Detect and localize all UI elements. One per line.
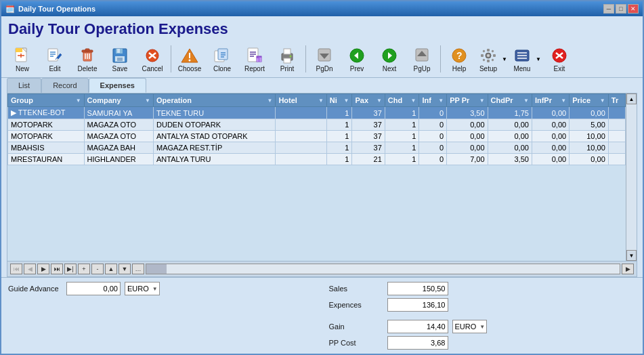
nav-down-button[interactable]: ▼ <box>119 264 131 274</box>
exit-label: Exit <box>554 65 565 72</box>
col-group[interactable]: Group ▼ <box>8 94 85 107</box>
setup-button[interactable]: Setup <box>476 42 500 76</box>
save-button[interactable]: Save <box>104 42 135 76</box>
nav-scrollbar[interactable] <box>146 264 620 274</box>
sort-icon-operation: ▼ <box>267 98 272 104</box>
scroll-down-button[interactable]: ▼ <box>626 250 637 261</box>
report-button[interactable]: Report <box>239 42 270 76</box>
cancel-button[interactable]: Cancel <box>137 42 168 76</box>
table-container[interactable]: Group ▼ Company ▼ <box>7 93 626 261</box>
col-pax[interactable]: Pax ▼ <box>352 94 385 107</box>
sort-icon-ni: ▼ <box>344 98 349 104</box>
nav-play-button[interactable]: ▶ <box>37 264 49 274</box>
nav-scroll-right-button[interactable]: ▶ <box>622 264 634 274</box>
cell-ni: 1 <box>326 107 352 119</box>
clone-label: Clone <box>213 65 231 72</box>
tab-list[interactable]: List <box>7 78 41 93</box>
col-tr[interactable]: Tr <box>608 94 625 107</box>
setup-button-group[interactable]: Setup ▼ <box>476 42 509 76</box>
table-row[interactable]: MRESTAURANHIGHLANDERANTALYA TURU121107,0… <box>8 154 626 165</box>
setup-label: Setup <box>479 65 497 72</box>
scroll-track[interactable] <box>626 104 637 250</box>
col-chdpr[interactable]: ChdPr ▼ <box>488 94 532 107</box>
currency-dropdown-arrow[interactable]: ▼ <box>151 286 159 292</box>
col-price[interactable]: Price ▼ <box>570 94 609 107</box>
nav-remove-button[interactable]: - <box>91 264 104 274</box>
menu-button[interactable]: Menu <box>510 42 534 76</box>
nav-end-button[interactable]: ▶| <box>64 264 77 274</box>
col-chd[interactable]: Chd ▼ <box>385 94 419 107</box>
cell-pax: 21 <box>352 154 385 165</box>
cancel-icon <box>142 46 163 65</box>
exit-button[interactable]: Exit <box>544 42 575 76</box>
cell-chd: 1 <box>385 154 419 165</box>
menu-label: Menu <box>513 65 530 72</box>
cell-inf_pr: 0,00 <box>532 107 569 119</box>
gain-currency-dropdown-arrow[interactable]: ▼ <box>478 324 486 330</box>
delete-label: Delete <box>78 65 98 72</box>
choose-button[interactable]: Choose <box>174 42 205 76</box>
col-inf[interactable]: Inf ▼ <box>419 94 447 107</box>
menu-icon <box>512 46 532 65</box>
col-pppr[interactable]: PP Pr ▼ <box>447 94 488 107</box>
tab-expenses[interactable]: Expenses <box>89 78 146 93</box>
sort-icon-inf: ▼ <box>438 98 444 104</box>
delete-button[interactable]: Delete <box>72 42 103 76</box>
col-ni[interactable]: Ni ▼ <box>326 94 352 107</box>
nav-prev-button[interactable]: ◀ <box>24 264 36 274</box>
new-icon <box>12 46 33 65</box>
menu-button-group[interactable]: Menu ▼ <box>510 42 542 76</box>
svg-point-55 <box>487 54 490 57</box>
guide-advance-input[interactable] <box>66 282 121 295</box>
setup-dropdown-arrow[interactable]: ▼ <box>500 55 509 64</box>
nav-first-button[interactable]: ⏮ <box>10 264 22 274</box>
sort-icon-chd: ▼ <box>411 98 416 104</box>
scroll-up-button[interactable]: ▲ <box>626 93 637 104</box>
col-operation[interactable]: Operation ▼ <box>154 94 276 107</box>
help-icon: ? <box>449 46 469 65</box>
maximize-button[interactable]: □ <box>616 4 626 14</box>
tab-record[interactable]: Record <box>41 78 88 93</box>
nav-up-button[interactable]: ▲ <box>105 264 117 274</box>
col-infpr[interactable]: InfPr ▼ <box>532 94 569 107</box>
print-button[interactable]: Print <box>272 42 303 76</box>
edit-button[interactable]: Edit <box>39 42 70 76</box>
table-row[interactable]: MOTOPARKMAGAZA OTOANTALYA STAD OTOPARK13… <box>8 131 626 142</box>
cell-price: 5,00 <box>570 119 609 131</box>
guide-advance-currency-select[interactable]: EURO ▼ <box>125 282 160 295</box>
vertical-scrollbar[interactable]: ▲ ▼ <box>626 93 637 261</box>
pp-cost-input[interactable] <box>387 336 448 350</box>
expences-input[interactable] <box>387 298 448 312</box>
cell-pp_pr: 0,00 <box>447 119 488 131</box>
table-row[interactable]: MBAHSISMAGAZA BAHMAGAZA REST.TİP137100,0… <box>8 142 626 154</box>
cell-company: MAGAZA BAH <box>84 142 153 154</box>
gain-input[interactable] <box>387 320 448 333</box>
sales-input[interactable] <box>387 282 448 295</box>
clone-button[interactable]: Clone <box>207 42 238 76</box>
toolbar-separator-3 <box>440 45 441 72</box>
pgup-button[interactable]: PgUp <box>406 42 437 76</box>
nav-more-button[interactable]: … <box>132 264 144 274</box>
prev-button[interactable]: Prev <box>341 42 372 76</box>
col-hotel[interactable]: Hotel ▼ <box>276 94 326 107</box>
menu-dropdown-arrow[interactable]: ▼ <box>534 55 542 64</box>
guide-advance-currency-value: EURO <box>125 285 151 293</box>
close-button[interactable]: ✕ <box>628 4 639 14</box>
nav-last-button[interactable]: ⏭ <box>51 264 63 274</box>
minimize-button[interactable]: ─ <box>603 4 614 14</box>
new-button[interactable]: New <box>7 42 38 76</box>
col-company[interactable]: Company ▼ <box>84 94 153 107</box>
pgdn-icon <box>314 46 335 65</box>
next-button[interactable]: Next <box>374 42 405 76</box>
cell-inf_pr: 0,00 <box>532 154 569 165</box>
table-row[interactable]: MOTOPARKMAGAZA OTODUDEN OTOPARK137100,00… <box>8 119 626 131</box>
gain-currency-select[interactable]: EURO ▼ <box>452 320 488 333</box>
pgdn-button[interactable]: PgDn <box>309 42 340 76</box>
clone-icon <box>212 46 232 65</box>
cell-operation: MAGAZA REST.TİP <box>154 142 276 154</box>
help-button[interactable]: ? Help <box>444 42 475 76</box>
sort-icon-price: ▼ <box>600 98 605 104</box>
table-row[interactable]: ▶ TTEKNE-BOTSAMURAI YATEKNE TURU137103,5… <box>8 107 626 119</box>
cell-chd_pr: 1,75 <box>488 107 532 119</box>
nav-add-button[interactable]: + <box>78 264 90 274</box>
